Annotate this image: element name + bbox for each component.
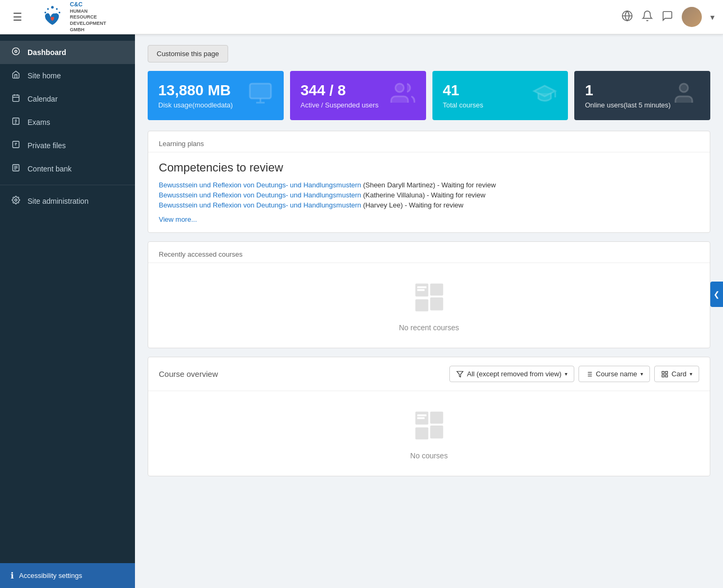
sidebar-item-private-files[interactable]: Private files <box>0 134 135 157</box>
svg-rect-24 <box>417 289 424 291</box>
stats-row: 13,880 MB Disk usage(moodledata) 344 / 8… <box>148 71 710 120</box>
filter-dropdown[interactable]: All (except removed from view) ▾ <box>449 366 574 382</box>
sort-dropdown[interactable]: Course name ▾ <box>579 366 650 382</box>
navbar-right: ▾ <box>621 7 715 27</box>
competency-detail-2: (Harvey Lee) - Waiting for review <box>363 201 464 209</box>
stat-label-users: Active / Suspended users <box>301 101 378 109</box>
svg-point-2 <box>56 8 58 10</box>
logo-area: C&C HUMAN RESOURCE DEVELOPMENT GMBH <box>35 1 111 33</box>
home-icon <box>11 70 21 81</box>
main-content: Customise this page 13,880 MB Disk usage… <box>135 34 723 588</box>
recently-accessed-body: No recent courses <box>148 263 710 348</box>
svg-rect-41 <box>417 417 424 419</box>
no-courses-text: No courses <box>159 451 699 460</box>
bell-icon[interactable] <box>641 10 653 24</box>
filter-chevron: ▾ <box>565 371 567 377</box>
learning-plans-body: Competencies to review Bewusstsein und R… <box>148 152 710 232</box>
stat-value-disk: 13,880 MB <box>158 82 233 99</box>
stat-card-disk-usage[interactable]: 13,880 MB Disk usage(moodledata) <box>148 71 284 120</box>
stat-card-users[interactable]: 344 / 8 Active / Suspended users <box>290 71 426 120</box>
hamburger-menu[interactable]: ☰ <box>8 6 26 28</box>
accessibility-settings[interactable]: ℹ Accessibility settings <box>0 563 135 588</box>
learning-plans-label: Learning plans <box>159 140 204 148</box>
svg-rect-22 <box>430 297 443 311</box>
competency-link-0[interactable]: Bewusstsein und Reflexion von Deutungs- … <box>159 181 699 189</box>
svg-point-3 <box>44 12 46 13</box>
sidebar-label-site-admin: Site administration <box>28 197 88 205</box>
view-icon <box>661 370 668 378</box>
filter-controls: All (except removed from view) ▾ Cours <box>449 366 699 382</box>
sidebar-label-content-bank: Content bank <box>28 165 71 173</box>
svg-rect-34 <box>662 375 664 377</box>
sidebar-item-site-home[interactable]: Site home <box>0 64 135 87</box>
sort-label: Course name <box>596 370 637 378</box>
course-overview-title: Course overview <box>159 369 218 378</box>
stat-card-courses[interactable]: 41 Total courses <box>432 71 568 120</box>
stat-label-online: Online users(last 5 minutes) <box>585 101 671 109</box>
stat-label-courses: Total courses <box>443 101 484 109</box>
user-menu-chevron[interactable]: ▾ <box>710 12 715 22</box>
competency-detail-0: (Sheen Daryll Martinez) - Waiting for re… <box>363 181 496 189</box>
online-user-icon <box>674 80 700 111</box>
stat-card-online[interactable]: 1 Online users(last 5 minutes) <box>574 71 710 120</box>
competency-link-1[interactable]: Bewusstsein und Reflexion von Deutungs- … <box>159 191 699 199</box>
stat-content-users: 344 / 8 Active / Suspended users <box>301 82 378 109</box>
list-item: Bewusstsein und Reflexion von Deutungs- … <box>159 181 699 189</box>
svg-rect-39 <box>430 426 443 439</box>
sidebar-navigation: Dashboard Site home <box>0 34 135 563</box>
svg-rect-32 <box>662 371 664 373</box>
chat-icon[interactable] <box>662 10 673 24</box>
sidebar-label-private-files: Private files <box>28 141 66 150</box>
svg-point-15 <box>15 199 17 201</box>
exams-icon <box>11 117 21 128</box>
filter-label: All (except removed from view) <box>467 370 561 378</box>
navbar: ☰ C&C HUMAN RESOURCE DEVELOPMENT GMBH <box>0 0 723 34</box>
competency-title: Competencies to review <box>159 161 699 175</box>
sidebar: Dashboard Site home <box>0 34 135 588</box>
globe-icon[interactable] <box>621 10 633 24</box>
sidebar-label-exams: Exams <box>28 118 50 126</box>
sort-chevron: ▾ <box>640 371 643 377</box>
stat-label-disk: Disk usage(moodledata) <box>158 101 233 109</box>
recently-accessed-section: Recently accessed courses No recent cour… <box>148 241 710 348</box>
recently-accessed-header: Recently accessed courses <box>148 242 710 263</box>
right-panel-toggle[interactable]: ❮ <box>710 282 723 307</box>
customise-button[interactable]: Customise this page <box>148 45 228 62</box>
dashboard-icon <box>11 47 21 58</box>
filter-icon <box>456 370 464 378</box>
graduation-icon <box>532 80 557 111</box>
svg-point-0 <box>51 6 54 8</box>
calendar-icon <box>11 94 21 104</box>
private-files-icon <box>11 140 21 151</box>
sidebar-item-content-bank[interactable]: Content bank <box>0 157 135 180</box>
sidebar-item-exams[interactable]: Exams <box>0 111 135 134</box>
avatar[interactable] <box>682 7 702 27</box>
competency-link-text-2: Bewusstsein und Reflexion von Deutungs- … <box>159 201 361 209</box>
svg-rect-23 <box>417 286 427 288</box>
list-item: Bewusstsein und Reflexion von Deutungs- … <box>159 201 699 209</box>
sidebar-label-dashboard: Dashboard <box>28 48 66 57</box>
svg-point-17 <box>395 84 404 92</box>
accessibility-icon: ℹ <box>11 571 14 581</box>
sidebar-item-dashboard[interactable]: Dashboard <box>0 41 135 64</box>
svg-point-6 <box>12 48 19 55</box>
course-overview-header: Course overview All (except removed from… <box>148 357 710 391</box>
view-chevron: ▾ <box>690 371 692 377</box>
sidebar-label-site-home: Site home <box>28 71 61 80</box>
no-recent-text: No recent courses <box>159 323 699 332</box>
competency-link-text-1: Bewusstsein und Reflexion von Deutungs- … <box>159 191 361 199</box>
sidebar-item-calendar[interactable]: Calendar <box>0 87 135 111</box>
sidebar-label-calendar: Calendar <box>28 95 58 103</box>
view-more-link[interactable]: View more... <box>159 215 197 223</box>
svg-rect-33 <box>665 371 667 373</box>
list-item: Bewusstsein und Reflexion von Deutungs- … <box>159 191 699 199</box>
svg-rect-20 <box>415 300 428 312</box>
users-icon <box>390 80 415 111</box>
sidebar-item-site-administration[interactable]: Site administration <box>0 189 135 213</box>
view-dropdown[interactable]: Card ▾ <box>654 366 699 382</box>
svg-point-7 <box>15 50 17 52</box>
toggle-icon: ❮ <box>713 290 720 298</box>
competency-link-2[interactable]: Bewusstsein und Reflexion von Deutungs- … <box>159 201 699 209</box>
learning-plans-header: Learning plans <box>148 131 710 152</box>
sidebar-divider <box>0 185 135 185</box>
